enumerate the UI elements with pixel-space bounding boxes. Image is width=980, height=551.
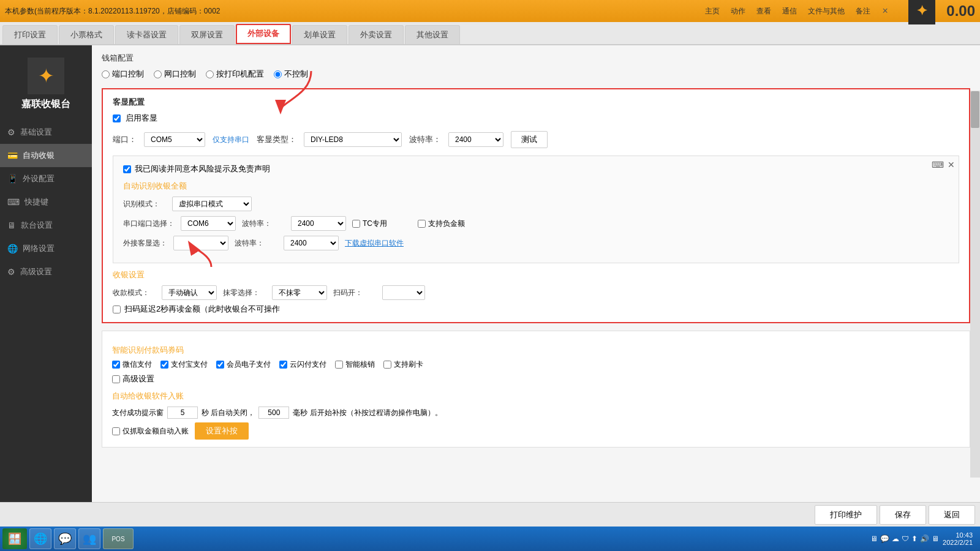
sidebar-item-basic[interactable]: ⚙ 基础设置 (0, 121, 92, 144)
advanced-checkbox[interactable] (112, 375, 120, 383)
nav-action[interactable]: 动作 (727, 5, 749, 18)
nav-view[interactable]: 查看 (753, 5, 775, 18)
right-scrollbar[interactable] (970, 91, 980, 478)
sidebar-item-external[interactable]: 📱 外设配置 (0, 167, 92, 190)
auto-account-bottom-row: 仅抓取金额自动入账 设置补按 (112, 422, 960, 440)
auto-account-title: 自动给收银软件入账 (112, 391, 960, 402)
tab-order[interactable]: 划单设置 (292, 25, 347, 44)
start-button[interactable]: 🪟 (2, 528, 27, 549)
only-amount-label[interactable]: 仅抓取金额自动入账 (112, 426, 189, 437)
alipay-label[interactable]: 支付宝支付 (160, 359, 208, 370)
taskbar-app-chrome[interactable]: 🌐 (29, 528, 51, 549)
radio-none[interactable]: 不控制 (274, 69, 308, 80)
delay-ms-input[interactable] (258, 407, 289, 419)
com-baud-select[interactable]: 2400 9600 (291, 216, 346, 231)
scrollbar-thumb[interactable] (971, 91, 979, 128)
member-pay-label[interactable]: 会员电子支付 (216, 359, 271, 370)
return-button[interactable]: 返回 (929, 505, 975, 525)
sidebar-item-auto[interactable]: 💳 自动收银 (0, 144, 92, 167)
mode-row: 识别模式： 虚拟串口模式 HID模式 (123, 197, 949, 211)
dialog-close-icon[interactable]: ✕ (948, 160, 955, 170)
sidebar-item-advanced[interactable]: ⚙ 高级设置 (0, 260, 92, 283)
sidebar-title: 嘉联收银台 (21, 98, 70, 111)
sidebar-item-cashier[interactable]: 🖥 款台设置 (0, 214, 92, 237)
print-maintenance-button[interactable]: 打印维护 (815, 505, 877, 525)
unionpay-label[interactable]: 云闪付支付 (279, 359, 326, 370)
pay-checkboxes: 微信支付 支付宝支付 会员电子支付 云闪付支付 智能核销 (112, 359, 960, 370)
nav-file[interactable]: 文件与其他 (804, 5, 848, 18)
radio-network[interactable]: 网口控制 (154, 69, 196, 80)
cashbox-section: 钱箱配置 端口控制 网口控制 按打印机配置 不控制 (102, 53, 970, 80)
member-pay-checkbox[interactable] (216, 361, 224, 369)
network-status-icon: 🖥 (870, 534, 878, 543)
card-support-label[interactable]: 支持刷卡 (383, 359, 423, 370)
sidebar-item-network[interactable]: 🌐 网络设置 (0, 237, 92, 260)
alipay-text: 支付宝支付 (171, 359, 208, 370)
tab-external[interactable]: 外部设备 (236, 24, 291, 44)
tab-print[interactable]: 打印设置 (2, 25, 58, 44)
coll-mode-label: 收款模式： (113, 288, 156, 298)
smart-verify-text: 智能核销 (345, 359, 375, 370)
scan-delay-checkbox[interactable] (113, 305, 121, 313)
smart-verify-label[interactable]: 智能核销 (335, 359, 375, 370)
card-support-checkbox[interactable] (383, 361, 391, 369)
setup-supplement-button[interactable]: 设置补按 (195, 422, 249, 440)
taskbar-app-pos[interactable]: POS (103, 528, 134, 549)
wechat-pay-checkbox[interactable] (112, 361, 120, 369)
member-pay-text: 会员电子支付 (227, 359, 271, 370)
balance-display: 0.00 (946, 2, 975, 20)
tab-other[interactable]: 其他设置 (405, 25, 460, 44)
taskbar-app-wechat[interactable]: 💬 (54, 528, 76, 549)
title-bar: 本机参数(当前程序版本：8.1.20220113.119720，店铺编码：000… (0, 0, 980, 22)
dialog-keyboard-icon[interactable]: ⌨ (932, 160, 944, 170)
unionpay-checkbox[interactable] (279, 361, 287, 369)
close-button[interactable]: × (879, 5, 891, 17)
sidebar-item-hotkey[interactable]: ⌨ 快捷键 (0, 190, 92, 214)
smart-verify-checkbox[interactable] (335, 361, 343, 369)
enable-customer-display-checkbox[interactable] (113, 114, 121, 122)
port-select[interactable]: COM5 COM1 COM2 COM3 (144, 132, 205, 147)
zero-select[interactable]: 不抹零 抹零 (272, 285, 327, 300)
taskbar-app-teamviewer[interactable]: 👥 (78, 528, 100, 549)
auto-close-seconds-input[interactable] (167, 407, 198, 419)
tc-checkbox-label[interactable]: TC专用 (352, 219, 387, 229)
arrow-up-icon: ⬆ (911, 534, 918, 543)
nav-note[interactable]: 备注 (852, 5, 874, 18)
ext-select[interactable] (173, 236, 228, 250)
tab-delivery[interactable]: 外卖设置 (349, 25, 404, 44)
ext-baud-select[interactable]: 2400 9600 (284, 236, 339, 250)
taskbar-time: 10:43 2022/2/21 (943, 531, 973, 546)
radio-port[interactable]: 端口控制 (102, 69, 144, 80)
only-amount-checkbox[interactable] (112, 427, 120, 435)
auto-account-section: 自动给收银软件入账 支付成功提示窗 秒 后自动关闭， 毫秒 后开始补按（补按过程… (112, 391, 960, 440)
coll-mode-select[interactable]: 手动确认 自动确认 (162, 285, 217, 300)
nav-comm[interactable]: 通信 (778, 5, 801, 18)
wechat-pay-label[interactable]: 微信支付 (112, 359, 152, 370)
wechat-mini-icon: 💬 (880, 534, 889, 543)
nav-buttons: 主页 动作 查看 通信 文件与其他 备注 (701, 5, 874, 18)
port-hint: 仅支持串口 (213, 135, 249, 145)
scan-delay-text: 扫码延迟2秒再读金额（此时收银台不可操作 (124, 304, 280, 315)
radio-printer[interactable]: 按打印机配置 (206, 69, 264, 80)
disclaimer-checkbox[interactable] (123, 165, 131, 173)
sidebar-logo: ✦ (28, 58, 64, 94)
scan-select[interactable] (382, 285, 425, 300)
com-port-select[interactable]: COM6 COM1 COM3 (181, 216, 236, 231)
tab-receipt[interactable]: 小票格式 (59, 25, 114, 44)
bottom-bar: 打印维护 保存 返回 (0, 502, 980, 527)
tab-dualscreen[interactable]: 双屏设置 (179, 25, 235, 44)
tc-checkbox[interactable] (352, 220, 360, 228)
save-button[interactable]: 保存 (880, 505, 926, 525)
tab-cardreader[interactable]: 读卡器设置 (115, 25, 178, 44)
test-button[interactable]: 测试 (511, 131, 548, 148)
card-icon: 💳 (7, 151, 18, 160)
alipay-checkbox[interactable] (160, 361, 168, 369)
support-amount-checkbox[interactable] (418, 220, 426, 228)
nav-home[interactable]: 主页 (701, 5, 723, 18)
download-link[interactable]: 下载虚拟串口软件 (345, 238, 404, 249)
mode-select[interactable]: 虚拟串口模式 HID模式 (172, 197, 252, 211)
support-amount-label[interactable]: 支持负金额 (418, 219, 465, 229)
disclaimer-row: 我已阅读并同意本风险提示及免责声明 (123, 163, 949, 174)
baud-select[interactable]: 2400 4800 9600 (448, 132, 503, 147)
type-select[interactable]: DIY-LED8 DIY-LCD (304, 132, 402, 147)
